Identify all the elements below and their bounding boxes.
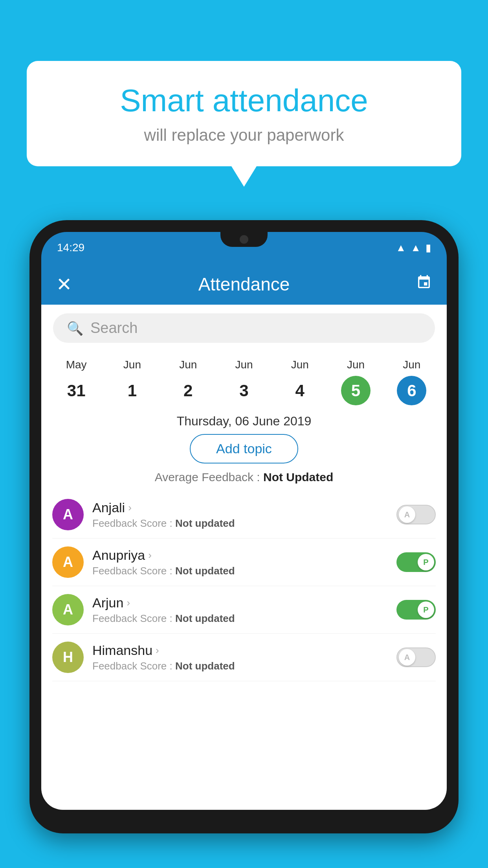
app-bar-title: Attendance (198, 274, 290, 295)
student-list: AAnjali ›Feedback Score : Not updatedAAA… (41, 491, 447, 681)
cal-month-label: Jun (291, 359, 309, 371)
chevron-icon: › (128, 502, 132, 514)
status-bar: 14:29 ▲ ▲ ▮ (41, 232, 447, 263)
calendar-day[interactable]: Jun2 (173, 359, 203, 405)
phone-screen: 🔍 Search May31Jun1Jun2Jun3Jun4Jun5Jun6 T… (41, 305, 447, 810)
status-time: 14:29 (57, 241, 84, 254)
phone-notch (220, 232, 268, 247)
search-bar[interactable]: 🔍 Search (53, 313, 435, 343)
student-name: Arjun › (92, 595, 396, 611)
cal-date-label: 1 (117, 376, 147, 405)
status-icons: ▲ ▲ ▮ (396, 242, 431, 254)
calendar-day[interactable]: Jun4 (285, 359, 315, 405)
speech-bubble: Smart attendance will replace your paper… (27, 61, 461, 166)
avg-feedback-value: Not Updated (263, 471, 333, 484)
toggle-knob: P (418, 601, 434, 618)
chevron-icon: › (148, 549, 152, 561)
cal-month-label: Jun (123, 359, 141, 371)
cal-date-label: 5 (341, 376, 371, 405)
cal-month-label: Jun (179, 359, 197, 371)
student-avatar: A (52, 546, 84, 578)
phone-outer: 14:29 ▲ ▲ ▮ ✕ Attendance 🔍 Sea (29, 220, 459, 833)
search-icon: 🔍 (67, 320, 83, 336)
speech-bubble-tail (231, 166, 257, 187)
student-row[interactable]: AArjun ›Feedback Score : Not updatedP (52, 586, 436, 634)
speech-bubble-title: Smart attendance (58, 83, 430, 119)
calendar-day[interactable]: Jun3 (229, 359, 259, 405)
calendar-row: May31Jun1Jun2Jun3Jun4Jun5Jun6 (41, 351, 447, 405)
student-row[interactable]: HHimanshu ›Feedback Score : Not updatedA (52, 634, 436, 681)
calendar-day[interactable]: Jun6 (397, 359, 426, 405)
attendance-toggle[interactable]: A (396, 647, 436, 667)
student-info: Anjali ›Feedback Score : Not updated (92, 500, 396, 530)
student-feedback: Feedback Score : Not updated (92, 517, 396, 530)
student-info: Arjun ›Feedback Score : Not updated (92, 595, 396, 625)
attendance-toggle[interactable]: A (396, 505, 436, 524)
cal-month-label: Jun (403, 359, 420, 371)
calendar-icon[interactable] (416, 274, 432, 294)
speech-bubble-subtitle: will replace your paperwork (58, 126, 430, 145)
student-avatar: A (52, 499, 84, 530)
average-feedback: Average Feedback : Not Updated (41, 471, 447, 484)
student-avatar: A (52, 594, 84, 625)
chevron-icon: › (127, 597, 130, 609)
student-name: Himanshu › (92, 643, 396, 658)
cal-date-label: 3 (229, 376, 259, 405)
student-feedback: Feedback Score : Not updated (92, 565, 396, 577)
date-label: Thursday, 06 June 2019 (41, 405, 447, 434)
calendar-day[interactable]: Jun1 (117, 359, 147, 405)
toggle-knob: A (399, 506, 415, 523)
student-info: Himanshu ›Feedback Score : Not updated (92, 643, 396, 672)
wifi-icon: ▲ (396, 242, 406, 254)
cal-month-label: Jun (347, 359, 365, 371)
attendance-toggle[interactable]: P (396, 552, 436, 572)
cal-date-label: 4 (285, 376, 315, 405)
chevron-icon: › (156, 644, 159, 657)
app-bar: ✕ Attendance (41, 263, 447, 305)
student-row[interactable]: AAnupriya ›Feedback Score : Not updatedP (52, 539, 436, 586)
search-placeholder: Search (90, 320, 138, 337)
speech-bubble-container: Smart attendance will replace your paper… (27, 61, 461, 187)
cal-date-label: 31 (62, 376, 91, 405)
signal-icon: ▲ (411, 242, 421, 254)
toggle-knob: P (418, 554, 434, 570)
cal-date-label: 2 (173, 376, 203, 405)
calendar-day[interactable]: May31 (62, 359, 91, 405)
student-feedback: Feedback Score : Not updated (92, 660, 396, 672)
close-button[interactable]: ✕ (56, 273, 72, 295)
student-name: Anupriya › (92, 548, 396, 563)
student-name: Anjali › (92, 500, 396, 515)
toggle-knob: A (399, 649, 415, 666)
add-topic-button[interactable]: Add topic (190, 434, 298, 463)
cal-month-label: Jun (235, 359, 253, 371)
battery-icon: ▮ (426, 242, 431, 254)
student-row[interactable]: AAnjali ›Feedback Score : Not updatedA (52, 491, 436, 539)
avg-feedback-label: Average Feedback : (155, 471, 263, 484)
cal-date-label: 6 (397, 376, 426, 405)
camera-dot (240, 235, 248, 244)
student-avatar: H (52, 642, 84, 673)
cal-month-label: May (66, 359, 87, 371)
student-info: Anupriya ›Feedback Score : Not updated (92, 548, 396, 577)
phone-container: 14:29 ▲ ▲ ▮ ✕ Attendance 🔍 Sea (29, 220, 459, 868)
student-feedback: Feedback Score : Not updated (92, 612, 396, 625)
calendar-day[interactable]: Jun5 (341, 359, 371, 405)
search-container: 🔍 Search (41, 305, 447, 351)
attendance-toggle[interactable]: P (396, 600, 436, 620)
